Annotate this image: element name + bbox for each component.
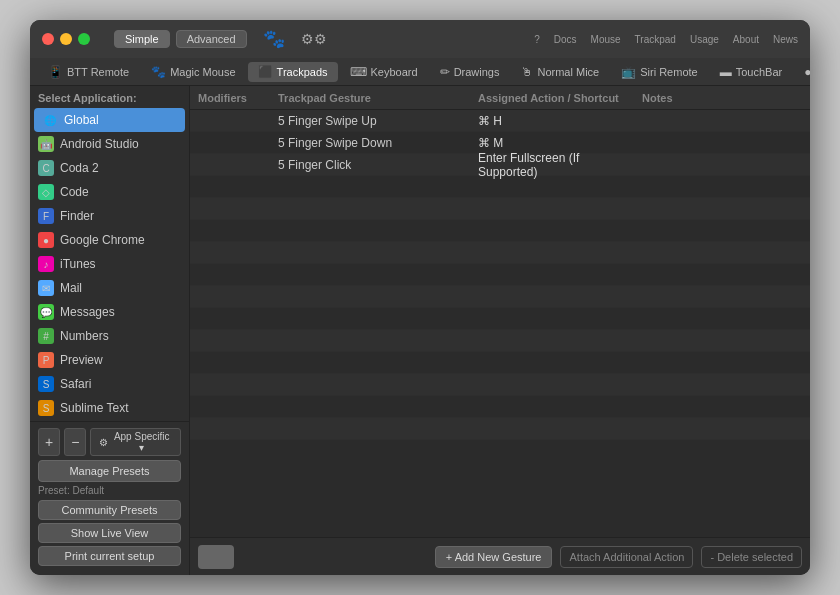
chrome-icon: ● bbox=[38, 232, 54, 248]
sidebar-item-coda2[interactable]: C Coda 2 bbox=[30, 156, 189, 180]
tab-btt-remote[interactable]: 📱 BTT Remote bbox=[38, 62, 139, 82]
sidebar-item-global[interactable]: 🌐 Global bbox=[34, 108, 185, 132]
action-3: Enter Fullscreen (If Supported) bbox=[478, 151, 642, 179]
normal-mice-icon: 🖱 bbox=[521, 65, 533, 79]
tab-normal-mice-label: Normal Mice bbox=[537, 66, 599, 78]
show-live-button[interactable]: Show Live View bbox=[38, 523, 181, 543]
gesture-row-empty-4 bbox=[190, 242, 810, 264]
mouse-link[interactable]: Mouse bbox=[591, 34, 621, 45]
safari-icon: S bbox=[38, 376, 54, 392]
preview-icon: P bbox=[38, 352, 54, 368]
main-area: Select Application: 🌐 Global 🤖 Android S… bbox=[30, 86, 810, 575]
tab-touchbar[interactable]: ▬ TouchBar bbox=[710, 62, 792, 82]
gesture-row-empty-6 bbox=[190, 286, 810, 308]
tab-drawings-label: Drawings bbox=[454, 66, 500, 78]
sidebar-item-label-finder: Finder bbox=[60, 209, 94, 223]
action-header: Assigned Action / Shortcut bbox=[478, 92, 642, 104]
action-2: ⌘ M bbox=[478, 136, 642, 150]
gesture-row-1[interactable]: 5 Finger Swipe Up ⌘ H bbox=[190, 110, 810, 132]
sidebar-item-sublime[interactable]: S Sublime Text bbox=[30, 396, 189, 420]
tab-keyboard[interactable]: ⌨ Keyboard bbox=[340, 62, 428, 82]
action-1: ⌘ H bbox=[478, 114, 642, 128]
tab-drawings[interactable]: ✏ Drawings bbox=[430, 62, 510, 82]
tab-magic-mouse[interactable]: 🐾 Magic Mouse bbox=[141, 62, 245, 82]
add-remove-buttons: + − ⚙ App Specific ▾ bbox=[38, 428, 181, 456]
sidebar-item-label-mail: Mail bbox=[60, 281, 82, 295]
tab-other[interactable]: ●●● Other bbox=[794, 62, 810, 82]
itunes-icon: ♪ bbox=[38, 256, 54, 272]
about-link[interactable]: About bbox=[733, 34, 759, 45]
trackpad-link[interactable]: Trackpad bbox=[635, 34, 676, 45]
gesture-row-empty-2 bbox=[190, 198, 810, 220]
sidebar-item-messages[interactable]: 💬 Messages bbox=[30, 300, 189, 324]
print-setup-button[interactable]: Print current setup bbox=[38, 546, 181, 566]
scroll-thumb[interactable] bbox=[198, 545, 234, 569]
tab-trackpads[interactable]: ⬛ Trackpads bbox=[248, 62, 338, 82]
drawings-icon: ✏ bbox=[440, 65, 450, 79]
table-header: Modifiers Trackpad Gesture Assigned Acti… bbox=[190, 86, 810, 110]
sidebar-item-android-studio[interactable]: 🤖 Android Studio bbox=[30, 132, 189, 156]
gesture-3: 5 Finger Click bbox=[278, 158, 478, 172]
usage-link[interactable]: Usage bbox=[690, 34, 719, 45]
messages-icon: 💬 bbox=[38, 304, 54, 320]
advanced-button[interactable]: Advanced bbox=[176, 30, 247, 48]
settings-icon: ⚙⚙ bbox=[301, 31, 327, 47]
gesture-row-3[interactable]: 5 Finger Click Enter Fullscreen (If Supp… bbox=[190, 154, 810, 176]
sidebar-item-label-code: Code bbox=[60, 185, 89, 199]
siri-remote-icon: 📺 bbox=[621, 65, 636, 79]
gesture-row-empty-8 bbox=[190, 330, 810, 352]
attach-action-button[interactable]: Attach Additional Action bbox=[560, 546, 693, 568]
sidebar-item-itunes[interactable]: ♪ iTunes bbox=[30, 252, 189, 276]
gesture-list: 5 Finger Swipe Up ⌘ H 5 Finger Swipe Dow… bbox=[190, 110, 810, 537]
minimize-button[interactable] bbox=[60, 33, 72, 45]
coda-icon: C bbox=[38, 160, 54, 176]
paw-icon: 🐾 bbox=[263, 28, 285, 50]
sidebar-item-code[interactable]: ◇ Code bbox=[30, 180, 189, 204]
gesture-row-empty-10 bbox=[190, 374, 810, 396]
add-gesture-button[interactable]: + Add New Gesture bbox=[435, 546, 553, 568]
mail-icon: ✉ bbox=[38, 280, 54, 296]
add-app-button[interactable]: + bbox=[38, 428, 60, 456]
tab-trackpads-label: Trackpads bbox=[277, 66, 328, 78]
gesture-header: Trackpad Gesture bbox=[278, 92, 478, 104]
tab-normal-mice[interactable]: 🖱 Normal Mice bbox=[511, 62, 609, 82]
sidebar-item-mail[interactable]: ✉ Mail bbox=[30, 276, 189, 300]
community-presets-button[interactable]: Community Presets bbox=[38, 500, 181, 520]
sidebar-item-finder[interactable]: F Finder bbox=[30, 204, 189, 228]
sidebar-item-safari[interactable]: S Safari bbox=[30, 372, 189, 396]
sidebar-item-chrome[interactable]: ● Google Chrome bbox=[30, 228, 189, 252]
android-icon: 🤖 bbox=[38, 136, 54, 152]
sidebar-item-label-numbers: Numbers bbox=[60, 329, 109, 343]
sidebar-item-label-coda: Coda 2 bbox=[60, 161, 99, 175]
app-specific-button[interactable]: ⚙ App Specific ▾ bbox=[90, 428, 181, 456]
close-button[interactable] bbox=[42, 33, 54, 45]
tab-siri-remote[interactable]: 📺 Siri Remote bbox=[611, 62, 707, 82]
help-icon[interactable]: ? bbox=[534, 34, 540, 45]
mode-buttons: Simple Advanced bbox=[114, 30, 247, 48]
gesture-row-empty-5 bbox=[190, 264, 810, 286]
sidebar-header: Select Application: bbox=[30, 86, 189, 108]
tab-magic-mouse-label: Magic Mouse bbox=[170, 66, 235, 78]
code-icon: ◇ bbox=[38, 184, 54, 200]
simple-button[interactable]: Simple bbox=[114, 30, 170, 48]
gesture-row-empty-11 bbox=[190, 396, 810, 418]
keyboard-icon: ⌨ bbox=[350, 65, 367, 79]
docs-link[interactable]: Docs bbox=[554, 34, 577, 45]
subtoolbar: 📱 BTT Remote 🐾 Magic Mouse ⬛ Trackpads ⌨… bbox=[30, 58, 810, 86]
btt-remote-icon: 📱 bbox=[48, 65, 63, 79]
sidebar-item-numbers[interactable]: # Numbers bbox=[30, 324, 189, 348]
sidebar-item-preview[interactable]: P Preview bbox=[30, 348, 189, 372]
delete-selected-button[interactable]: - Delete selected bbox=[701, 546, 802, 568]
sidebar-item-label-safari: Safari bbox=[60, 377, 91, 391]
fullscreen-button[interactable] bbox=[78, 33, 90, 45]
sidebar-item-label-messages: Messages bbox=[60, 305, 115, 319]
titlebar: Simple Advanced 🐾 ⚙⚙ ? Docs Mouse Trackp… bbox=[30, 20, 810, 58]
gesture-1: 5 Finger Swipe Up bbox=[278, 114, 478, 128]
sidebar-item-label-itunes: iTunes bbox=[60, 257, 96, 271]
manage-presets-button[interactable]: Manage Presets bbox=[38, 460, 181, 482]
tab-touchbar-label: TouchBar bbox=[736, 66, 782, 78]
news-link[interactable]: News bbox=[773, 34, 798, 45]
remove-app-button[interactable]: − bbox=[64, 428, 86, 456]
gesture-2: 5 Finger Swipe Down bbox=[278, 136, 478, 150]
sidebar-item-label-global: Global bbox=[64, 113, 99, 127]
